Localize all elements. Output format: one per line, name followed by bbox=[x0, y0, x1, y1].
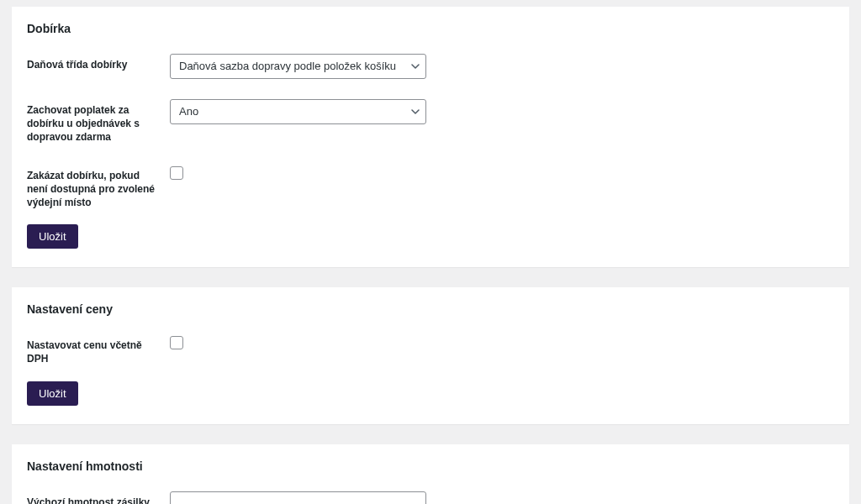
default-weight-input[interactable] bbox=[170, 491, 426, 505]
save-button[interactable]: Uložit bbox=[27, 224, 78, 249]
keep-fee-control: Ano bbox=[170, 99, 426, 124]
disable-cod-label: Zakázat dobírku, pokud není dostupná pro… bbox=[27, 165, 170, 210]
price-settings-card: Nastavení ceny Nastavovat cenu včetně DP… bbox=[12, 287, 849, 423]
tax-class-control: Daňová sazba dopravy podle položek košík… bbox=[170, 54, 426, 79]
price-vat-checkbox[interactable] bbox=[170, 336, 183, 349]
weight-section-title: Nastavení hmotnosti bbox=[27, 459, 834, 473]
keep-fee-label: Zachovat poplatek za dobírku u objednáve… bbox=[27, 99, 170, 144]
tax-class-row: Daňová třída dobírky Daňová sazba doprav… bbox=[27, 54, 834, 79]
disable-cod-checkbox[interactable] bbox=[170, 166, 183, 180]
disable-cod-control bbox=[170, 165, 183, 182]
price-section-title: Nastavení ceny bbox=[27, 302, 834, 316]
save-button[interactable]: Uložit bbox=[27, 381, 78, 406]
default-weight-row: Výchozí hmotnost zásilky bbox=[27, 491, 834, 505]
default-weight-label: Výchozí hmotnost zásilky bbox=[27, 491, 170, 505]
price-vat-control bbox=[170, 334, 183, 352]
price-vat-label: Nastavovat cenu včetně DPH bbox=[27, 334, 170, 365]
price-vat-row: Nastavovat cenu včetně DPH bbox=[27, 334, 834, 365]
weight-settings-card: Nastavení hmotnosti Výchozí hmotnost zás… bbox=[12, 444, 849, 505]
cod-settings-card: Dobírka Daňová třída dobírky Daňová sazb… bbox=[12, 7, 849, 267]
keep-fee-row: Zachovat poplatek za dobírku u objednáve… bbox=[27, 99, 834, 144]
default-weight-control bbox=[170, 491, 426, 505]
keep-fee-select[interactable]: Ano bbox=[170, 99, 426, 124]
cod-section-title: Dobírka bbox=[27, 22, 834, 35]
tax-class-label: Daňová třída dobírky bbox=[27, 54, 170, 71]
disable-cod-row: Zakázat dobírku, pokud není dostupná pro… bbox=[27, 165, 834, 210]
tax-class-select[interactable]: Daňová sazba dopravy podle položek košík… bbox=[170, 54, 426, 79]
